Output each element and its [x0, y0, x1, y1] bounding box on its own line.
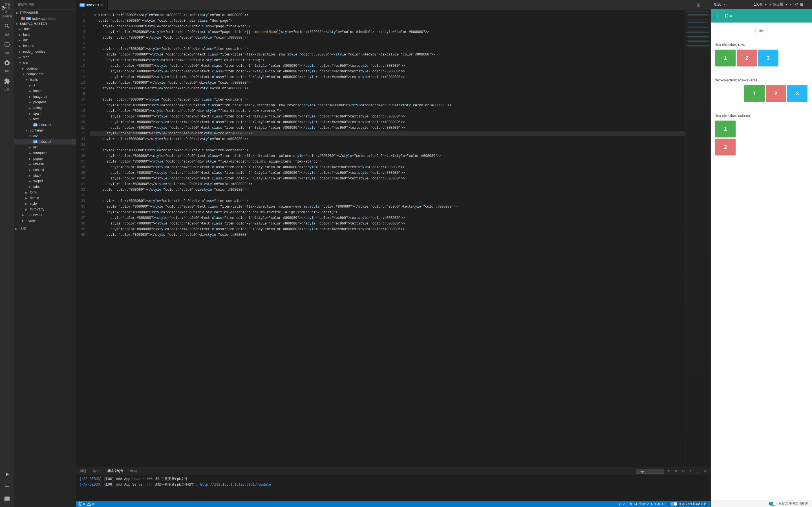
open-filename: index.ux	[33, 17, 45, 20]
tree-item-media[interactable]: ▶ media	[14, 195, 76, 201]
tree-item-framework[interactable]: ▶ framework	[14, 212, 76, 218]
code-line-23: style="color:#808080"></style="color:#4e…	[90, 136, 685, 142]
more-actions-icon[interactable]: ⋯	[703, 2, 707, 8]
tree-item-stack[interactable]: ▶ stack	[14, 173, 76, 178]
open-editors-section[interactable]: ▶ 打开的编辑器	[14, 10, 76, 16]
filter-copy-icon[interactable]: ⧉	[673, 468, 679, 474]
tree-item-hue[interactable]: ▶ .hue	[14, 26, 76, 32]
tree-item-images[interactable]: ▶ images	[14, 43, 76, 49]
open-file-item[interactable]: ✕ UX index.ux src/com...	[14, 16, 76, 21]
zoom-chevron-icon[interactable]: ▾	[765, 3, 767, 6]
stack-label: stack	[33, 173, 41, 177]
debug-label: 调试	[4, 69, 10, 73]
tree-item-richtext[interactable]: ▶ richtext	[14, 167, 76, 173]
tree-item-outline[interactable]: ▶ 大纲	[14, 226, 76, 232]
filter-up-icon[interactable]: ∧	[688, 468, 694, 474]
panel-tab-terminal[interactable]: 终端	[127, 467, 140, 475]
tree-item-dist[interactable]: ▶ dist	[14, 38, 76, 43]
tree-item-div[interactable]: ▼ div	[14, 133, 76, 139]
explorer-header: 资源管理器	[14, 0, 76, 10]
flex-box-rr-2: 2	[766, 85, 786, 102]
message-icon[interactable]	[1, 494, 13, 505]
zoom-level[interactable]: 100%	[754, 3, 763, 6]
preview-more-icon[interactable]: ⋮	[805, 3, 809, 6]
tree-item-node-modules[interactable]: ▶ node_modules	[14, 49, 76, 54]
preview-grid-icon[interactable]: ⊞	[800, 3, 803, 6]
panel-tab-problems[interactable]: 问题	[76, 467, 90, 475]
panel-filter-input[interactable]	[636, 469, 664, 474]
code-line-10: style="color:#808080"><style="color:#4ec…	[90, 63, 685, 69]
filter-clear-icon[interactable]: ⊘	[680, 468, 686, 474]
spaces-status[interactable]: 空格: 2	[639, 502, 649, 506]
filter-split-icon[interactable]: ⊡	[695, 468, 701, 474]
code-line-11: style="color:#808080"><style="color:#4ec…	[90, 69, 685, 74]
tree-item-rating[interactable]: ▶ rating	[14, 105, 76, 111]
time-chevron-icon[interactable]: ▾	[723, 2, 725, 6]
tree-item-thirdparty[interactable]: ▶ thirdParty	[14, 207, 76, 212]
active-tab[interactable]: UX index.ux ✕	[76, 0, 108, 10]
auto-save-toggle[interactable]: 保存文件时自动刷新	[668, 502, 708, 506]
tree-item-div-index[interactable]: UX index.ux	[14, 139, 76, 145]
preview-app-bar: ← Div	[711, 9, 812, 22]
code-content[interactable]: style="color:#808080"><style="color:#808…	[90, 10, 685, 467]
tree-item-style[interactable]: ▶ style	[14, 201, 76, 207]
preview-nav-back[interactable]: ←	[715, 12, 721, 19]
tree-item-swiper[interactable]: ▶ swiper	[14, 178, 76, 184]
editor-area: UX index.ux ✕ ⊞ ⋯ 1234567891011121314151…	[76, 0, 711, 507]
encoding-status[interactable]: UTF-8	[651, 502, 660, 506]
git-icon[interactable]	[1, 39, 13, 50]
panel-tab-debug-console[interactable]: 调试控制台	[103, 467, 127, 475]
filter-align-icon[interactable]: ≡	[665, 468, 672, 474]
tree-item-text-index[interactable]: UX index.ux	[14, 122, 76, 128]
tree-item-sign[interactable]: ▶ sign	[14, 54, 76, 60]
tree-item-build[interactable]: ▶ build	[14, 32, 76, 38]
tree-item-span[interactable]: ▶ span	[14, 111, 76, 116]
error-count[interactable]: ✕ 0	[79, 502, 85, 506]
split-editor-icon[interactable]: ⊞	[697, 2, 700, 8]
add-icon[interactable]	[1, 481, 13, 492]
debug-link-2[interactable]: http://192.168.1.1:107:39517/update	[200, 483, 271, 487]
row-col-status[interactable]: 行 22，列 13	[619, 502, 637, 506]
tree-item-popup[interactable]: ▶ popup	[14, 156, 76, 161]
tree-item-image-alt[interactable]: ▶ image-alt	[14, 94, 76, 100]
image-alt-arrow: ▶	[29, 95, 32, 98]
tree-item-form[interactable]: ▶ form	[14, 189, 76, 195]
quick-apply[interactable]: 今 快应用	[769, 2, 783, 7]
preview-back-icon[interactable]: ←	[790, 3, 793, 6]
list-label: list	[33, 145, 38, 149]
quick-apply-chevron-icon[interactable]: ▾	[785, 3, 787, 6]
warning-count[interactable]: ! 0	[87, 502, 94, 506]
tab-close-button[interactable]: ✕	[101, 3, 104, 7]
auto-save-preview-switch[interactable]	[769, 502, 776, 506]
tree-item-tabs[interactable]: ▶ tabs	[14, 184, 76, 189]
tree-root[interactable]: ▼ SAMPLE-MASTER	[14, 21, 76, 26]
tree-item-home[interactable]: ▶ home	[14, 218, 76, 223]
extension-icon[interactable]	[1, 75, 13, 87]
style-arrow: ▶	[26, 202, 29, 205]
preview-refresh-icon[interactable]: ↺	[795, 3, 798, 6]
tree-item-common[interactable]: ▶ common	[14, 66, 76, 71]
tree-item-refresh[interactable]: ▶ refresh	[14, 161, 76, 167]
search-icon[interactable]	[1, 20, 13, 32]
tree-item-text[interactable]: ▼ text	[14, 116, 76, 122]
debug-icon[interactable]	[1, 57, 13, 68]
debug-msg-2: [LOG] ### App Server ### 通知手机更新rpk文件成功：	[104, 483, 198, 487]
line-ending-status[interactable]: LF	[662, 502, 666, 506]
filter-close-icon[interactable]: ✕	[702, 468, 708, 474]
tree-item-container[interactable]: ▼ container	[14, 128, 76, 133]
tree-item-image[interactable]: ▶ image	[14, 88, 76, 94]
tree-item-list[interactable]: ▶ list	[14, 145, 76, 150]
tree-item-component[interactable]: ▼ component	[14, 71, 76, 77]
close-file-badge[interactable]: ✕	[21, 17, 25, 20]
preview-content[interactable]: div flex-direction: row; 1 2 3 flex-dire…	[711, 22, 812, 500]
tree-item-progress[interactable]: ▶ progress	[14, 100, 76, 105]
file-explorer-icon[interactable]: 资源管理器	[1, 2, 13, 13]
auto-save-preview-toggle[interactable]: 保存文件时自动刷新	[769, 501, 809, 506]
run-icon[interactable]	[1, 469, 13, 480]
panel-tab-output[interactable]: 输出	[90, 467, 103, 475]
tree-item-a[interactable]: ▶ a	[14, 82, 76, 88]
tree-item-marquee[interactable]: ▶ marquee	[14, 150, 76, 156]
tree-item-basic[interactable]: ▼ basic	[14, 77, 76, 82]
code-line-35: style="color:#808080"><style="color:#4ec…	[90, 204, 685, 210]
tree-item-src[interactable]: ▼ src	[14, 60, 76, 66]
